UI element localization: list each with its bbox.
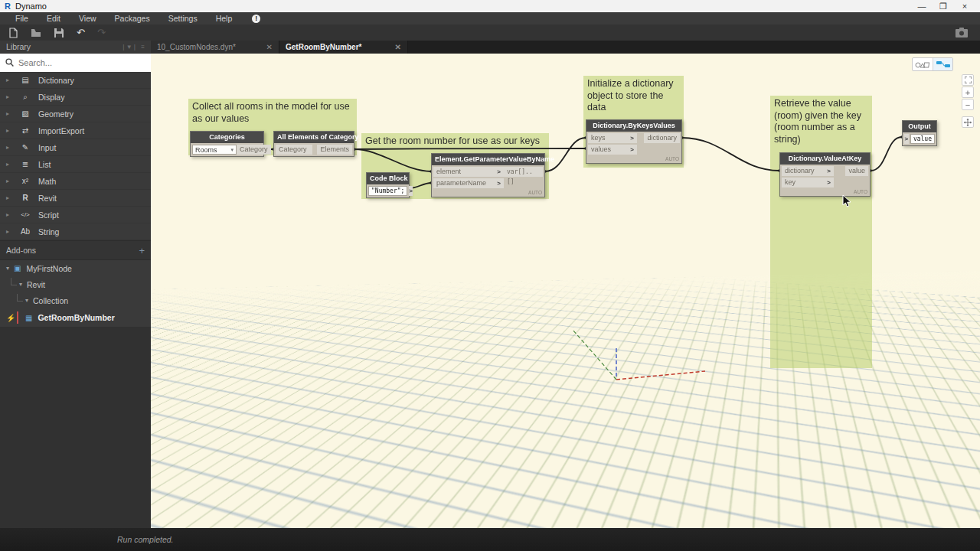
node-title[interactable]: Output	[903, 121, 936, 132]
new-file-button[interactable]	[8, 28, 18, 38]
node-dictionary-by-keys-values[interactable]: Dictionary.ByKeysValues keys> dictionary…	[586, 119, 682, 164]
save-button[interactable]	[54, 28, 64, 38]
sidebar-item-script[interactable]: ▸ </> Script	[0, 207, 151, 223]
output-port[interactable]: >	[409, 186, 413, 196]
filter-icon[interactable]: ❘▼❘	[121, 44, 137, 51]
node-title[interactable]: Categories	[191, 132, 263, 143]
export-image-camera-button[interactable]	[956, 27, 966, 37]
minimize-button[interactable]: —	[911, 2, 933, 11]
menu-file[interactable]: File	[6, 12, 38, 24]
input-port-keys[interactable]: keys>	[588, 133, 637, 143]
restore-button[interactable]: ❐	[933, 2, 954, 11]
tree-item-revit-category[interactable]: ▾ Revit	[0, 276, 151, 292]
run-bolt-icon: ⚡	[6, 314, 15, 322]
node-output[interactable]: Output > value	[902, 120, 937, 146]
menu-help[interactable]: Help	[207, 12, 242, 24]
code-block-text[interactable]: "Number";	[368, 186, 407, 196]
close-icon[interactable]: ✕	[266, 43, 273, 51]
tab-10-customnodes[interactable]: 10_CustomNodes.dyn* ✕	[151, 41, 279, 54]
output-name-field[interactable]: value	[910, 134, 935, 144]
node-title[interactable]: Dictionary.ByKeysValues	[586, 120, 681, 132]
zoom-in-button[interactable]: +	[962, 86, 974, 98]
menu-settings[interactable]: Settings	[159, 12, 207, 24]
layout-icon[interactable]: ≡	[141, 44, 145, 51]
add-package-button[interactable]: +	[139, 245, 145, 256]
zoom-out-button[interactable]: −	[962, 99, 974, 110]
group-retrieve-value[interactable]: Retrieve the value (room) given the key …	[770, 96, 872, 368]
node-title[interactable]: Element.GetParameterValueByName	[432, 154, 544, 165]
undo-button[interactable]: ↶	[77, 28, 85, 38]
graph-view-toggle-button[interactable]	[933, 58, 952, 70]
geometry-view-toggle-button[interactable]	[913, 58, 933, 70]
node-title[interactable]: All Elements of Category	[274, 132, 354, 143]
tree-elbow	[17, 294, 23, 302]
node-title[interactable]: Dictionary.ValueAtKey	[780, 153, 870, 165]
zoom-fit-button[interactable]	[962, 74, 974, 86]
sidebar-item-revit[interactable]: ▸ R Revit	[0, 190, 151, 207]
workspace-canvas[interactable]: Collect all rooms in the model for use a…	[151, 54, 980, 528]
display-icon: ⌕	[19, 93, 31, 102]
output-port-dictionary[interactable]: dictionary	[644, 133, 680, 143]
lacing-indicator[interactable]: AUTO	[780, 189, 870, 196]
chevron-down-icon: ▾	[6, 265, 14, 272]
package-icon: ▣	[14, 264, 21, 272]
tab-getroombynumber[interactable]: GetRoomByNumber* ✕	[279, 41, 408, 54]
menu-edit[interactable]: Edit	[38, 12, 70, 24]
sidebar-item-string[interactable]: ▸ Ab String	[0, 223, 151, 240]
status-bar: Run completed.	[0, 528, 980, 551]
tree-item-collection[interactable]: ▾ Collection	[0, 292, 151, 308]
sidebar-item-math[interactable]: ▸ x² Math	[0, 173, 151, 190]
selection-bar	[17, 311, 18, 324]
sidebar-item-display[interactable]: ▸ ⌕ Display	[0, 89, 151, 106]
mouse-cursor	[842, 194, 852, 208]
lacing-indicator[interactable]: AUTO	[432, 190, 544, 197]
chevron-right-icon: ▸	[6, 77, 12, 83]
node-code-block[interactable]: Code Block "Number"; >	[366, 172, 410, 198]
input-port-parametername[interactable]: parameterName>	[433, 178, 504, 188]
node-get-parameter-value-by-name[interactable]: Element.GetParameterValueByName element>…	[431, 153, 545, 197]
open-file-button[interactable]	[31, 28, 41, 38]
sidebar-item-input[interactable]: ▸ ✎ Input	[0, 139, 151, 156]
node-categories[interactable]: Categories Rooms ▾ Category	[190, 131, 264, 157]
input-port-category[interactable]: Category	[276, 145, 312, 155]
sidebar-item-dictionary[interactable]: ▸ ▤ Dictionary	[0, 72, 151, 89]
node-title[interactable]: Code Block	[367, 173, 409, 184]
tabbar: 10_CustomNodes.dyn* ✕ GetRoomByNumber* ✕	[151, 41, 980, 54]
input-port-element[interactable]: element>	[433, 167, 504, 177]
script-icon: </>	[19, 211, 31, 218]
chevron-right-icon: ▸	[6, 127, 12, 134]
sidebar-item-importexport[interactable]: ▸ ⇄ ImportExport	[0, 122, 151, 139]
node-dictionary-value-at-key[interactable]: Dictionary.ValueAtKey dictionary> value …	[779, 152, 871, 197]
group-title: Collect all rooms in the model for use a…	[188, 99, 357, 127]
sidebar-item-geometry[interactable]: ▸ ▧ Geometry	[0, 106, 151, 122]
close-icon[interactable]: ✕	[395, 43, 401, 51]
node-all-elements-of-category[interactable]: All Elements of Category Category Elemen…	[273, 131, 354, 157]
tree-item-myfirstnode[interactable]: ▾ ▣ MyFirstNode	[0, 260, 151, 276]
menu-packages[interactable]: Packages	[106, 12, 159, 24]
lacing-indicator[interactable]: AUTO	[586, 156, 681, 163]
categories-dropdown[interactable]: Rooms ▾	[192, 145, 237, 155]
library-title: Library	[6, 42, 31, 51]
library-search[interactable]	[0, 54, 151, 72]
input-port-dictionary[interactable]: dictionary>	[782, 166, 834, 176]
puzzle-icon: ▦	[25, 314, 32, 322]
window-title: Dynamo	[15, 2, 47, 11]
sidebar-item-list[interactable]: ▸ ≣ List	[0, 156, 151, 173]
output-port-elements[interactable]: Elements	[317, 145, 352, 155]
output-port-var[interactable]: var[]..[]	[504, 167, 543, 177]
tree-item-getroombynumber[interactable]: ⚡ ▦ GetRoomByNumber	[0, 308, 151, 327]
pan-button[interactable]	[962, 116, 974, 128]
menu-view[interactable]: View	[70, 12, 106, 24]
string-icon: Ab	[19, 227, 31, 236]
input-port[interactable]: >	[904, 134, 909, 144]
output-port-category[interactable]: Category	[237, 145, 271, 155]
search-input[interactable]	[18, 58, 133, 67]
redo-button[interactable]: ↷	[97, 28, 106, 38]
run-status-text: Run completed.	[117, 535, 174, 544]
output-port-value[interactable]: value	[845, 166, 868, 176]
input-port-key[interactable]: key>	[782, 178, 834, 187]
notifications-icon[interactable]: !	[252, 15, 260, 23]
input-port-values[interactable]: values>	[588, 145, 637, 155]
close-button[interactable]: ×	[954, 2, 975, 11]
list-icon: ≣	[19, 160, 31, 168]
